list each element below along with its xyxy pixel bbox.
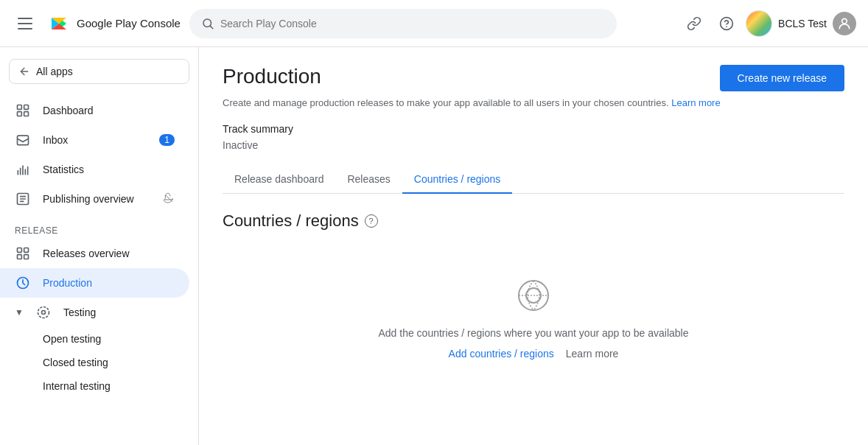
svg-rect-12 <box>18 248 22 253</box>
tabs-bar: Release dashboard Releases Countries / r… <box>223 166 844 194</box>
user-account-icon[interactable] <box>833 12 856 35</box>
sidebar-item-closed-testing[interactable]: Closed testing <box>0 351 189 374</box>
dashboard-icon <box>15 103 31 118</box>
empty-state: Add the countries / regions where you wa… <box>223 254 844 383</box>
help-tooltip-icon[interactable]: ? <box>365 214 378 228</box>
user-thumbnail <box>746 10 772 37</box>
logo-area: Google Play Console <box>47 12 181 35</box>
svg-rect-7 <box>24 105 29 110</box>
inbox-icon <box>15 133 31 147</box>
svg-rect-13 <box>24 248 29 253</box>
production-icon <box>15 276 31 290</box>
page-header: Production Create new release <box>223 65 844 91</box>
sidebar-item-production[interactable]: Production <box>0 268 189 298</box>
nav-icons: BCLS Test <box>681 10 856 37</box>
page-description: Create and manage production releases to… <box>223 97 844 108</box>
svg-rect-6 <box>18 105 22 110</box>
chevron-down-icon: ▼ <box>15 307 24 318</box>
sidebar: All apps Dashboard Inbox 1 Statistics <box>0 47 199 445</box>
section-title: Countries / regions ? <box>223 211 844 231</box>
inbox-badge: 1 <box>159 134 175 146</box>
svg-rect-9 <box>24 112 29 116</box>
logo-text: Google Play Console <box>77 17 181 29</box>
svg-rect-14 <box>18 255 22 259</box>
add-countries-link[interactable]: Add countries / regions <box>449 348 554 360</box>
svg-line-2 <box>210 26 212 28</box>
sidebar-item-publishing-overview[interactable]: Publishing overview <box>0 184 189 214</box>
empty-state-text: Add the countries / regions where you wa… <box>378 327 688 339</box>
sidebar-item-internal-testing[interactable]: Internal testing <box>0 374 189 398</box>
sidebar-item-statistics[interactable]: Statistics <box>0 155 189 184</box>
tab-countries-regions[interactable]: Countries / regions <box>402 166 513 194</box>
help-icon-button[interactable] <box>713 10 740 37</box>
statistics-icon <box>15 162 31 177</box>
sidebar-item-releases-overview[interactable]: Releases overview <box>0 239 189 268</box>
tab-release-dashboard[interactable]: Release dashboard <box>223 166 335 194</box>
content-area: Production Create new release Create and… <box>199 47 868 445</box>
create-new-release-button[interactable]: Create new release <box>720 65 844 91</box>
svg-rect-8 <box>18 112 22 116</box>
sidebar-item-inbox[interactable]: Inbox 1 <box>0 125 189 155</box>
svg-point-5 <box>842 18 847 24</box>
countries-regions-section: Countries / regions ? Add the countries … <box>223 211 844 383</box>
empty-state-icon <box>516 278 551 315</box>
user-name-label: BCLS Test <box>778 18 827 29</box>
svg-point-4 <box>726 26 727 27</box>
publishing-icon <box>15 192 31 206</box>
sidebar-item-dashboard[interactable]: Dashboard <box>0 96 189 125</box>
track-status: Inactive <box>223 139 844 151</box>
sidebar-item-open-testing[interactable]: Open testing <box>0 327 189 351</box>
main-layout: All apps Dashboard Inbox 1 Statistics <box>0 47 868 445</box>
track-summary-label: Track summary <box>223 123 844 135</box>
search-input[interactable] <box>220 18 605 29</box>
page-title: Production <box>223 65 321 88</box>
empty-state-actions: Add countries / regions Learn more <box>449 348 619 360</box>
hamburger-button[interactable] <box>12 10 38 37</box>
learn-more-link[interactable]: Learn more <box>671 97 720 108</box>
learn-more-countries-link[interactable]: Learn more <box>566 348 619 360</box>
logo-icon <box>47 12 71 35</box>
testing-icon <box>35 305 52 320</box>
release-section-label: Release <box>0 214 198 239</box>
sidebar-item-testing[interactable]: ▼ Testing <box>0 298 189 327</box>
back-icon <box>18 66 30 77</box>
search-bar <box>189 9 617 38</box>
all-apps-button[interactable]: All apps <box>9 59 189 84</box>
tab-releases[interactable]: Releases <box>335 166 402 194</box>
svg-point-18 <box>41 311 45 315</box>
svg-rect-15 <box>24 255 29 259</box>
link-icon-button[interactable] <box>681 10 707 37</box>
svg-point-17 <box>38 307 49 318</box>
mute-icon <box>163 192 175 206</box>
user-avatar-area[interactable]: BCLS Test <box>746 10 827 37</box>
releases-overview-icon <box>15 246 31 261</box>
search-icon <box>201 17 214 30</box>
top-nav: Google Play Console BCLS Test <box>0 0 868 47</box>
